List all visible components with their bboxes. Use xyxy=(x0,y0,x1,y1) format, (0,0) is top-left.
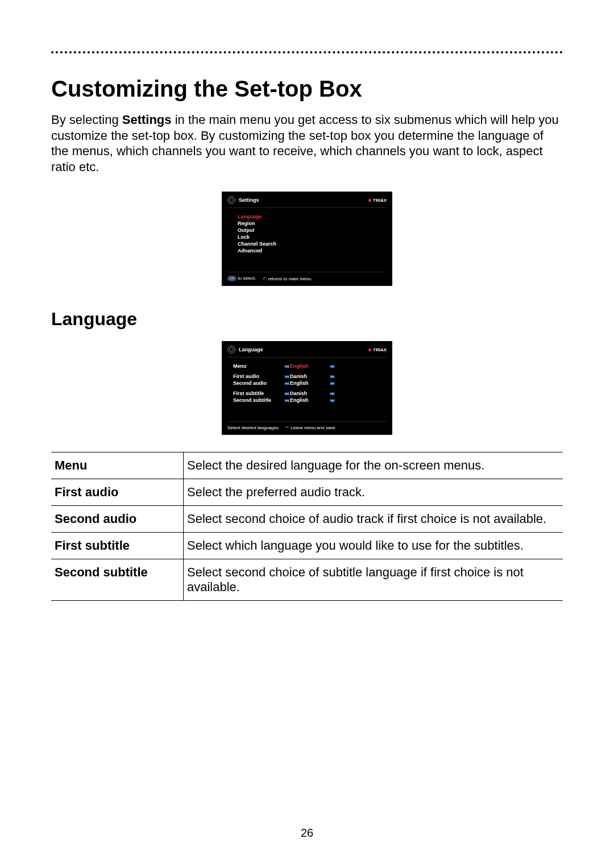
brand-dot-icon xyxy=(368,199,371,202)
def-term: First audio xyxy=(51,479,184,506)
dotted-divider xyxy=(51,51,563,53)
brand-text: TRIAX xyxy=(373,198,387,203)
row-value: English xyxy=(290,397,330,403)
gear-icon xyxy=(227,346,235,354)
stb-footer-select: to select. xyxy=(238,276,256,281)
definitions-table: Menu Select the desired language for the… xyxy=(51,452,563,601)
def-term: Second audio xyxy=(51,506,184,533)
brand-dot-icon xyxy=(368,348,371,351)
def-term: Second subtitle xyxy=(51,559,184,601)
row-label: First subtitle xyxy=(233,391,284,396)
right-arrow-icon: ⏭ xyxy=(330,364,335,369)
stb-footer-right: Leave menu and save xyxy=(291,425,335,430)
right-arrow-icon: ⏭ xyxy=(330,398,335,403)
table-row: First audio Select the preferred audio t… xyxy=(51,479,563,506)
brand-text: TRIAX xyxy=(373,347,387,352)
stb-row-menu: Menu ⏮ English ⏭ xyxy=(233,363,384,369)
stb-menu-item-region: Region xyxy=(238,221,384,226)
ok-button-icon: OK xyxy=(227,276,237,281)
stb-menu-list: Language Region Output Lock Channel Sear… xyxy=(227,208,387,272)
def-desc: Select the desired language for the on-s… xyxy=(184,452,563,479)
stb-menu-item-lock: Lock xyxy=(238,234,384,240)
row-label: First audio xyxy=(233,373,284,379)
left-arrow-icon: ⏮ xyxy=(284,398,290,403)
stb-footer: OK to select. ↶ returns to main menu. xyxy=(227,272,387,281)
stb-menu-item-output: Output xyxy=(238,227,384,233)
back-arrow-icon: ↶ xyxy=(263,276,267,281)
brand-logo: TRIAX xyxy=(368,347,387,352)
stb-language-screenshot: Language TRIAX Menu ⏮ English ⏭ First au… xyxy=(222,341,392,435)
page-title: Customizing the Set-top Box xyxy=(51,76,563,102)
stb-language-rows: Menu ⏮ English ⏭ First audio ⏮ Danish ⏭ … xyxy=(227,358,387,421)
left-arrow-icon: ⏮ xyxy=(284,364,290,369)
stb-footer: Select desired languages ↶ Leave menu an… xyxy=(227,421,387,430)
row-value: English xyxy=(290,380,330,386)
intro-paragraph: By selecting Settings in the main menu y… xyxy=(51,112,563,175)
left-arrow-icon: ⏮ xyxy=(284,381,290,386)
stb-menu-item-channel-search: Channel Search xyxy=(238,241,384,247)
left-arrow-icon: ⏮ xyxy=(284,391,290,396)
stb-title: Settings xyxy=(239,197,259,203)
stb-header: Settings TRIAX xyxy=(227,196,387,208)
right-arrow-icon: ⏭ xyxy=(330,391,335,396)
page-number: 26 xyxy=(0,827,614,840)
stb-title: Language xyxy=(239,347,263,352)
intro-prefix: By selecting xyxy=(51,113,122,127)
row-value: Danish xyxy=(290,373,330,379)
row-value: Danish xyxy=(290,391,330,396)
row-value: English xyxy=(290,363,330,369)
stb-row-second-audio: Second audio ⏮ English ⏭ xyxy=(233,380,384,386)
right-arrow-icon: ⏭ xyxy=(330,381,335,386)
left-arrow-icon: ⏮ xyxy=(284,374,290,379)
def-desc: Select the preferred audio track. xyxy=(184,479,563,506)
def-desc: Select which language you would like to … xyxy=(184,533,563,559)
gear-icon xyxy=(227,196,235,204)
row-label: Second audio xyxy=(233,380,284,386)
table-row: Menu Select the desired language for the… xyxy=(51,452,563,479)
stb-row-second-subtitle: Second subtitle ⏮ English ⏭ xyxy=(233,397,384,403)
row-label: Menu xyxy=(233,363,284,369)
stb-row-first-subtitle: First subtitle ⏮ Danish ⏭ xyxy=(233,391,384,396)
brand-logo: TRIAX xyxy=(368,198,387,203)
table-row: First subtitle Select which language you… xyxy=(51,533,563,559)
stb-settings-screenshot: Settings TRIAX Language Region Output Lo… xyxy=(222,192,392,286)
def-term: Menu xyxy=(51,452,184,479)
stb-header: Language TRIAX xyxy=(227,346,387,358)
table-row: Second audio Select second choice of aud… xyxy=(51,506,563,533)
stb-footer-left: Select desired languages xyxy=(227,425,279,430)
stb-menu-item-advanced: Advanced xyxy=(238,248,384,254)
stb-menu-item-language: Language xyxy=(238,214,384,219)
def-desc: Select second choice of audio track if f… xyxy=(184,506,563,533)
subsection-title: Language xyxy=(51,309,563,330)
intro-bold: Settings xyxy=(122,113,172,127)
right-arrow-icon: ⏭ xyxy=(330,374,335,379)
stb-footer-back: returns to main menu. xyxy=(268,276,313,281)
def-term: First subtitle xyxy=(51,533,184,559)
def-desc: Select second choice of subtitle languag… xyxy=(184,559,563,601)
stb-row-first-audio: First audio ⏮ Danish ⏭ xyxy=(233,373,384,379)
table-row: Second subtitle Select second choice of … xyxy=(51,559,563,601)
back-arrow-icon: ↶ xyxy=(285,425,289,430)
row-label: Second subtitle xyxy=(233,397,284,403)
